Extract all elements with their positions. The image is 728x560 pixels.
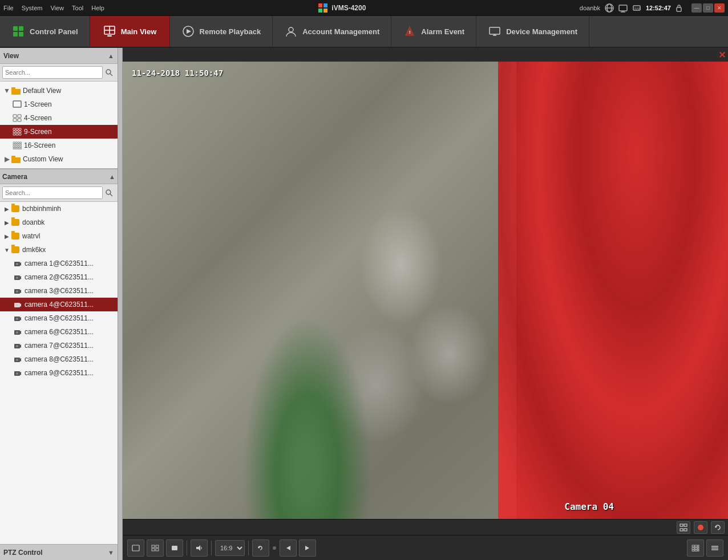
cam5-label: camera 5@C623511... (25, 314, 94, 322)
record-btn[interactable] (694, 521, 707, 534)
menu-file[interactable]: File (3, 5, 14, 11)
svg-rect-102 (152, 549, 155, 551)
video-close-button[interactable]: ✕ (718, 50, 726, 60)
layout-single-btn[interactable] (127, 539, 144, 557)
tab-remote-playback[interactable]: Remote Playback (170, 16, 273, 47)
close-btn[interactable]: ✕ (714, 3, 725, 13)
view-panel-header[interactable]: View ▲ (0, 48, 118, 64)
svg-point-97 (698, 525, 703, 530)
svg-rect-100 (152, 545, 155, 547)
ptz-panel[interactable]: PTZ Control ▼ (0, 544, 118, 560)
layout-stop-btn[interactable] (166, 539, 183, 557)
camera-item-cam6[interactable]: camera 6@C623511... (0, 325, 118, 339)
fullscreen-btn[interactable] (677, 521, 690, 534)
svg-rect-111 (698, 545, 699, 547)
camera-item-cam2[interactable]: camera 2@C623511... (0, 270, 118, 284)
camera-panel-header[interactable]: Camera ▲ (0, 168, 118, 184)
view-search-button[interactable] (103, 66, 115, 79)
list-icon (710, 544, 719, 552)
view-search-input[interactable] (2, 66, 103, 79)
tab-label-main: Main View (121, 27, 157, 36)
restore-btn[interactable]: □ (703, 3, 713, 13)
tab-label-remote: Remote Playback (200, 27, 261, 36)
svg-rect-32 (13, 101, 21, 107)
prev-btn[interactable] (280, 539, 297, 557)
svg-point-77 (16, 304, 18, 306)
tree-item-16screen[interactable]: 16-Screen (0, 139, 118, 152)
camera-search-input[interactable] (2, 186, 103, 199)
tree-item-4screen[interactable]: 4-Screen (0, 111, 118, 125)
view-panel: View ▲ ▼ Default View (0, 48, 118, 168)
video-main: 11-24-2018 11:50:47 Camera 04 (123, 62, 728, 519)
camera-list: ▶ bchbinhminh ▶ doanbk ▶ watrvl (0, 202, 118, 544)
camera-group-watrvl[interactable]: ▶ watrvl (0, 229, 118, 243)
tab-alarm-event[interactable]: ! Alarm Event (391, 16, 476, 47)
svg-rect-56 (18, 146, 19, 148)
svg-rect-57 (20, 146, 22, 148)
ptz-collapse-btn[interactable]: ▼ (108, 549, 114, 556)
sidebar-resize-handle[interactable] (118, 48, 123, 560)
cam6-label: camera 6@C623511... (25, 328, 94, 336)
sync-btn[interactable] (252, 539, 269, 557)
camera-item-cam4[interactable]: camera 4@C623511... (0, 298, 118, 311)
camera-collapse-btn[interactable]: ▲ (109, 173, 115, 180)
layout-quad-btn[interactable] (147, 539, 164, 557)
expand-icon-default: ▼ (3, 87, 10, 94)
svg-rect-117 (698, 550, 699, 551)
camera-item-cam5[interactable]: camera 5@C623511... (0, 311, 118, 325)
camera-item-cam1[interactable]: camera 1@C623511... (0, 257, 118, 270)
account-mgmt-icon (284, 25, 298, 38)
9screen-label: 9-Screen (24, 128, 52, 136)
menu-tool[interactable]: Tool (72, 5, 83, 11)
camera-item-cam3[interactable]: camera 3@C623511... (0, 284, 118, 298)
tab-main-view[interactable]: Main View (90, 16, 170, 47)
camera-item-cam8[interactable]: camera 8@C623511... (0, 352, 118, 366)
view-collapse-btn[interactable]: ▲ (108, 52, 114, 59)
svg-marker-67 (20, 262, 21, 266)
tree-item-custom-view[interactable]: ▶ Custom View (0, 152, 118, 166)
minimize-btn[interactable]: — (691, 3, 702, 13)
tree-item-9screen[interactable]: 9-Screen (0, 125, 118, 139)
volume-btn[interactable] (191, 539, 208, 557)
svg-marker-105 (196, 545, 200, 551)
refresh-btn[interactable] (711, 521, 725, 534)
cam-icon-4 (14, 301, 22, 309)
camera-item-cam9[interactable]: camera 9@C623511... (0, 366, 118, 380)
tab-account-management[interactable]: Account Management (273, 16, 391, 47)
svg-rect-52 (18, 144, 19, 146)
camera-item-cam7[interactable]: camera 7@C623511... (0, 339, 118, 352)
camera-group-dmk6kx[interactable]: ▼ dmk6kx (0, 243, 118, 257)
group-label-wat: watrvl (22, 232, 40, 240)
tab-label-control: Control Panel (30, 27, 78, 36)
cam-icon-2 (14, 273, 22, 281)
svg-line-65 (110, 194, 112, 196)
menu-system[interactable]: System (22, 5, 43, 11)
svg-rect-0 (318, 3, 322, 7)
camera-search-button[interactable] (103, 186, 115, 199)
next-btn[interactable] (299, 539, 316, 557)
tree-item-1screen[interactable]: 1-Screen (0, 98, 118, 111)
next-icon (303, 544, 312, 552)
svg-point-86 (16, 345, 18, 347)
camera-group-doanbk[interactable]: ▶ doanbk (0, 216, 118, 229)
cam-icon-6 (14, 328, 22, 336)
tab-label-account: Account Management (302, 27, 379, 36)
list-view-btn[interactable] (706, 539, 723, 557)
menu-view[interactable]: View (50, 5, 64, 11)
tab-device-management[interactable]: Device Management (476, 16, 589, 47)
tab-control-panel[interactable]: Control Panel (0, 16, 90, 47)
folder-icon-bch (11, 205, 19, 212)
aspect-ratio-select[interactable]: 16:9 4:3 1:1 Full (215, 540, 245, 556)
camera-group-bchbinhminh[interactable]: ▶ bchbinhminh (0, 202, 118, 216)
expand-icon-custom: ▶ (3, 156, 10, 163)
svg-rect-50 (13, 144, 15, 146)
tree-item-default-view[interactable]: ▼ Default View (0, 84, 118, 98)
grid-view-btn[interactable] (687, 539, 704, 557)
svg-marker-108 (305, 546, 309, 550)
svg-rect-12 (677, 7, 681, 11)
svg-point-89 (16, 359, 18, 361)
svg-rect-112 (692, 547, 694, 549)
screen-icon-1 (13, 100, 22, 109)
menu-help[interactable]: Help (91, 5, 104, 11)
svg-rect-25 (490, 27, 500, 34)
